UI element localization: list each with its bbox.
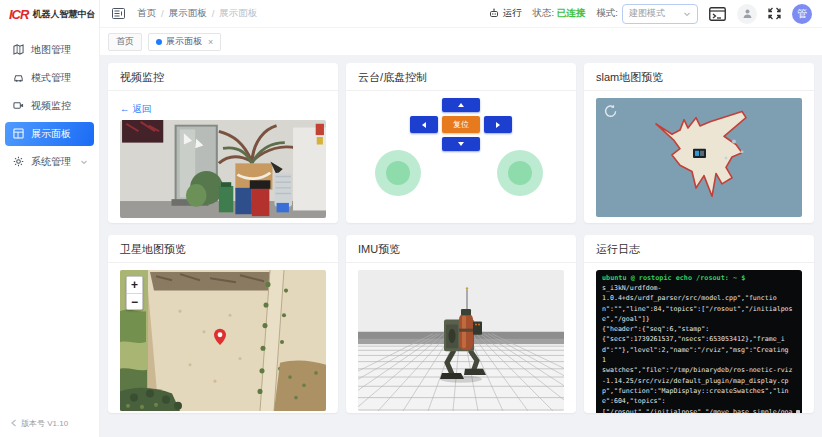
- run-label: 运行: [503, 7, 522, 20]
- tab-home[interactable]: 首页: [108, 33, 142, 51]
- camera-feed: [120, 120, 326, 218]
- zoom-in-button[interactable]: +: [127, 277, 142, 293]
- dashboard-grid: 视频监控 ← 返回: [100, 55, 822, 437]
- panel-video-monitor: 视频监控 ← 返回: [108, 63, 338, 223]
- fullscreen-icon[interactable]: [768, 7, 781, 20]
- tab-display-panel[interactable]: 展示面板 ×: [148, 33, 221, 51]
- sidebar-item-label: 地图管理: [31, 43, 71, 57]
- header-actions: 运行 状态: 已连接 模式: 建图模式: [489, 4, 812, 24]
- chevron-down-icon: [80, 157, 88, 168]
- tab-bar: 首页 展示面板 ×: [100, 28, 822, 55]
- mode-select[interactable]: 建图模式: [622, 4, 698, 24]
- sidebar-item-label: 展示面板: [31, 127, 71, 141]
- control-panel-body: 复位: [346, 91, 576, 223]
- active-tab-dot-icon: [156, 39, 162, 45]
- product-name: 机器人智慧中台: [32, 8, 95, 21]
- mode-group: 模式: 建图模式: [596, 4, 698, 24]
- map-zoom-control: + −: [126, 276, 143, 310]
- imu-3d-viewport[interactable]: [358, 270, 564, 411]
- dpad-up-button[interactable]: [442, 98, 480, 112]
- panel-imu-preview: IMU预览: [346, 235, 576, 413]
- logo: ICR 机器人智慧中台: [0, 0, 99, 28]
- panel-satellite-map: 卫星地图预览: [108, 235, 338, 413]
- panel-title: IMU预览: [346, 235, 576, 263]
- arrow-right-icon: [496, 122, 500, 128]
- version-tag-icon: [10, 419, 18, 429]
- dpad-down-button[interactable]: [442, 137, 480, 151]
- terminal-scrollbar[interactable]: [796, 410, 800, 413]
- log-terminal[interactable]: ubuntu @ rostopic echo /rosout: ~ $ s_i3…: [596, 270, 802, 413]
- sidebar-item-label: 系统管理: [31, 155, 71, 169]
- satellite-panel-body: + −: [108, 263, 338, 413]
- breadcrumb-display-panel[interactable]: 展示面板: [169, 7, 207, 20]
- sidebar-item-label: 视频监控: [31, 99, 71, 113]
- terminal-icon[interactable]: [709, 7, 726, 21]
- car-icon: [13, 72, 24, 85]
- imu-panel-body: [346, 263, 576, 413]
- dashboard-icon: [13, 128, 24, 141]
- user-icon[interactable]: [737, 4, 757, 24]
- slam-map-canvas[interactable]: [596, 98, 802, 217]
- app-window: ICR 机器人智慧中台 地图管理 模式管理 视频监控: [0, 0, 822, 437]
- breadcrumb-current: 展示面板: [219, 7, 257, 20]
- panel-title: 运行日志: [584, 235, 814, 263]
- panel-run-logs: 运行日志 ubuntu @ rostopic echo /rosout: ~ $…: [584, 235, 814, 413]
- panel-title: slam地图预览: [584, 63, 814, 91]
- sidebar-item-system-management[interactable]: 系统管理: [5, 150, 94, 174]
- sidebar-menu: 地图管理 模式管理 视频监控 展示面板: [0, 34, 99, 178]
- video-camera-icon: [13, 100, 24, 113]
- run-status: 运行: [489, 7, 522, 20]
- right-joystick[interactable]: [497, 150, 543, 196]
- top-header: 首页 / 展示面板 / 展示面板 运行 状态: 已连接 模式:: [100, 0, 822, 28]
- version-label: 版本号 V1.10: [10, 418, 68, 429]
- mode-select-value: 建图模式: [629, 7, 665, 20]
- connection-status: 状态: 已连接: [533, 7, 586, 20]
- back-link[interactable]: ← 返回: [120, 103, 151, 116]
- gear-icon: [13, 156, 24, 169]
- terminal-prompt: ubuntu @ rostopic echo /rosout: ~ $: [602, 274, 796, 283]
- mode-label: 模式:: [596, 7, 618, 20]
- sidebar-item-video-monitor[interactable]: 视频监控: [5, 94, 94, 118]
- sidebar-item-label: 模式管理: [31, 71, 71, 85]
- joystick-knob[interactable]: [508, 161, 532, 185]
- avatar[interactable]: 管: [792, 4, 812, 24]
- reset-button[interactable]: 复位: [442, 116, 480, 133]
- tab-close-icon[interactable]: ×: [208, 37, 213, 47]
- panel-title: 视频监控: [108, 63, 338, 91]
- chevron-down-icon: [683, 10, 691, 18]
- arrow-up-icon: [458, 103, 464, 107]
- panel-title: 卫星地图预览: [108, 235, 338, 263]
- content-column: 首页 / 展示面板 / 展示面板 运行 状态: 已连接 模式:: [100, 0, 822, 437]
- breadcrumb-home[interactable]: 首页: [137, 7, 156, 20]
- video-panel-body: ← 返回: [108, 91, 338, 223]
- sidebar: ICR 机器人智慧中台 地图管理 模式管理 视频监控: [0, 0, 100, 437]
- menu-fold-icon[interactable]: [112, 8, 125, 19]
- arrow-down-icon: [458, 142, 464, 146]
- arrow-left-icon: [422, 122, 426, 128]
- terminal-output: s_i3kN/urdfdom- 1.0.4+ds/urdf_parser/src…: [602, 283, 796, 413]
- joystick-knob[interactable]: [386, 161, 410, 185]
- slam-panel-body: [584, 91, 814, 223]
- zoom-out-button[interactable]: −: [127, 293, 142, 309]
- panel-gimbal-chassis-control: 云台/底盘控制 复位: [346, 63, 576, 223]
- sidebar-item-map-management[interactable]: 地图管理: [5, 38, 94, 62]
- satellite-map-canvas[interactable]: + −: [120, 270, 326, 411]
- dpad: 复位: [411, 98, 511, 151]
- map-icon: [13, 44, 24, 57]
- sidebar-item-display-panel[interactable]: 展示面板: [5, 122, 94, 146]
- logs-panel-body: ubuntu @ rostopic echo /rosout: ~ $ s_i3…: [584, 263, 814, 413]
- dpad-right-button[interactable]: [484, 116, 512, 133]
- dpad-left-button[interactable]: [410, 116, 438, 133]
- robot-icon: [489, 8, 499, 20]
- breadcrumb: 首页 / 展示面板 / 展示面板: [137, 7, 257, 20]
- status-connected: 已连接: [557, 7, 586, 18]
- left-joystick[interactable]: [375, 150, 421, 196]
- panel-slam-map: slam地图预览: [584, 63, 814, 223]
- sidebar-item-mode-management[interactable]: 模式管理: [5, 66, 94, 90]
- panel-title: 云台/底盘控制: [346, 63, 576, 91]
- brand-logo: ICR: [9, 7, 28, 22]
